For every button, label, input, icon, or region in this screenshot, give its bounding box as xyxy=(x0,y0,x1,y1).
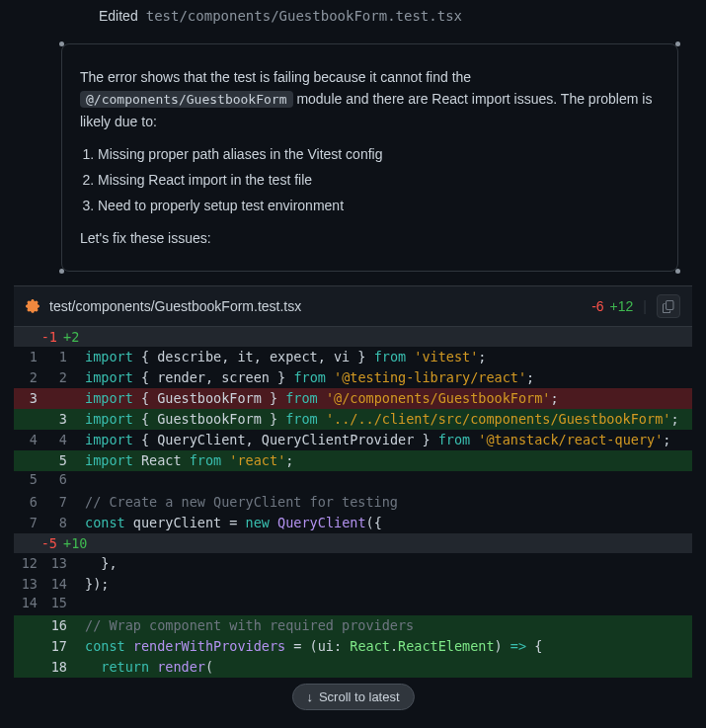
diff-line: 1314}); xyxy=(14,574,692,595)
hunk-header: -5 +10 xyxy=(14,533,692,553)
edited-label: Edited xyxy=(99,8,138,24)
diff-line: 44import { QueryClient, QueryClientProvi… xyxy=(14,430,692,450)
diff-line: 11import { describe, it, expect, vi } fr… xyxy=(14,347,692,367)
diff-line: 56 xyxy=(14,471,692,492)
analysis-intro: The error shows that the test is failing… xyxy=(80,66,660,133)
diff-line: 78const queryClient = new QueryClient({ xyxy=(14,513,692,533)
scroll-to-latest-button[interactable]: ↓ Scroll to latest xyxy=(291,684,414,710)
copy-icon xyxy=(663,300,675,313)
diff-line: 67// Create a new QueryClient for testin… xyxy=(14,492,692,513)
diff-line-deleted: 3import { GuestbookForm } from '@/compon… xyxy=(14,388,692,409)
diff-line-added: 17const renderWithProviders = (ui: React… xyxy=(14,636,692,657)
diff-line: 1213 }, xyxy=(14,553,692,574)
scroll-label: Scroll to latest xyxy=(319,689,400,704)
edited-banner: Edited test/components/GuestbookForm.tes… xyxy=(99,0,706,36)
analysis-list: Missing proper path aliases in the Vites… xyxy=(80,143,660,217)
diff-file-path: test/components/GuestbookForm.test.tsx xyxy=(49,298,591,314)
arrow-down-icon: ↓ xyxy=(306,689,313,704)
edited-file-path: test/components/GuestbookForm.test.tsx xyxy=(146,8,462,24)
diff-line-added: 18 return render( xyxy=(14,657,692,678)
diff-line-added: 5import React from 'react'; xyxy=(14,450,692,471)
gear-icon xyxy=(26,299,39,313)
diff-line: 1415 xyxy=(14,595,692,615)
diff-file-header: test/components/GuestbookForm.test.tsx -… xyxy=(14,285,692,327)
analysis-outro: Let's fix these issues: xyxy=(80,227,660,249)
list-item: Missing React import in the test file xyxy=(98,169,660,191)
deletions-count: -6 xyxy=(591,298,603,314)
additions-count: +12 xyxy=(610,298,634,314)
diff-line: 22import { render, screen } from '@testi… xyxy=(14,367,692,388)
diff-body: -1 +2 11import { describe, it, expect, v… xyxy=(14,327,692,678)
list-item: Missing proper path aliases in the Vites… xyxy=(98,143,660,165)
hunk-header: -1 +2 xyxy=(14,327,692,347)
divider: | xyxy=(643,298,647,314)
inline-code: @/components/GuestbookForm xyxy=(80,91,293,108)
list-item: Need to properly setup test environment xyxy=(98,195,660,216)
diff-line-added: 16// Wrap component with required provid… xyxy=(14,615,692,636)
analysis-message: The error shows that the test is failing… xyxy=(61,43,678,272)
diff-line-added: 3import { GuestbookForm } from '../../cl… xyxy=(14,409,692,430)
copy-button[interactable] xyxy=(657,294,680,318)
